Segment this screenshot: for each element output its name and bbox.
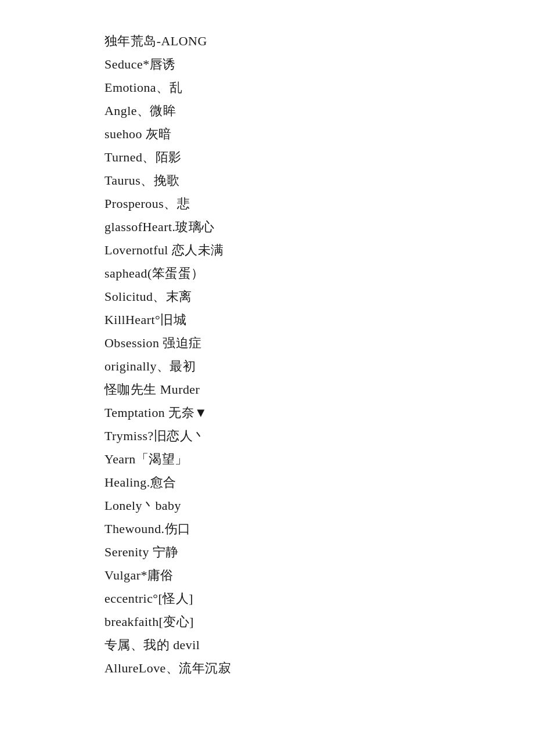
list-item: Emotiona、乱 — [104, 81, 534, 94]
list-item: Serenity 宁静 — [104, 546, 534, 559]
list-item: KillHeart°旧城 — [104, 314, 534, 326]
list-item: Vulgar*庸俗 — [104, 569, 534, 582]
list-item: AllureLove、流年沉寂 — [104, 662, 534, 675]
list-item: Healing.愈合 — [104, 476, 534, 489]
content-area: 独年荒岛-ALONGSeduce*唇诱Emotiona、乱Angle、微眸sue… — [0, 0, 534, 720]
list-item: breakfaith[变心] — [104, 615, 534, 628]
list-item: 怪咖先生 Murder — [104, 383, 534, 396]
list-item: eccentric°[怪人] — [104, 592, 534, 605]
list-item: Lovernotful 恋人未满 — [104, 244, 534, 257]
list-item: Solicitud、末离 — [104, 290, 534, 303]
list-item: Obsession 强迫症 — [104, 337, 534, 350]
list-item: saphead(笨蛋蛋） — [104, 267, 534, 280]
list-item: suehoo 灰暗 — [104, 128, 534, 141]
list-item: originally、最初 — [104, 360, 534, 373]
list-item: Angle、微眸 — [104, 105, 534, 117]
list-item: Yearn「渴望」 — [104, 453, 534, 466]
list-item: glassofHeart.玻璃心 — [104, 221, 534, 233]
list-item: 独年荒岛-ALONG — [104, 35, 534, 48]
list-item: Thewound.伤口 — [104, 523, 534, 535]
list-item: Turned、陌影 — [104, 151, 534, 164]
list-item: Temptation 无奈▼ — [104, 406, 534, 419]
list-item: Taurus、挽歌 — [104, 174, 534, 187]
list-item: 专属、我的 devil — [104, 639, 534, 651]
list-item: Seduce*唇诱 — [104, 58, 534, 71]
list-item: Trymiss?旧恋人丶 — [104, 430, 534, 442]
list-item: Lonely丶baby — [104, 499, 534, 512]
list-item: Prosperous、悲 — [104, 197, 534, 210]
